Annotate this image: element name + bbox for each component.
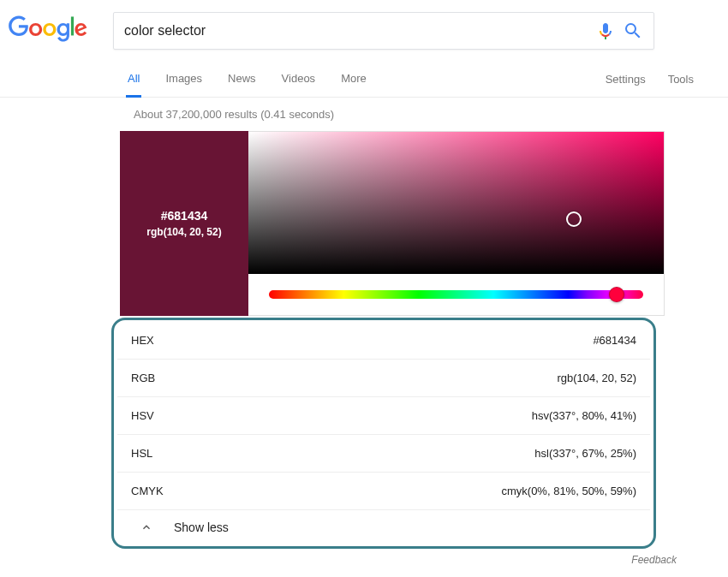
format-label: RGB (131, 372, 155, 384)
format-row-cmyk: CMYK cmyk(0%, 81%, 50%, 59%) (117, 473, 650, 510)
settings-link[interactable]: Settings (606, 73, 646, 86)
format-value: hsv(337°, 80%, 41%) (532, 409, 636, 422)
nav-tabs: All Images News Videos More (126, 62, 606, 98)
nav-right: Settings Tools (606, 73, 694, 86)
google-logo[interactable] (9, 15, 87, 46)
search-input[interactable] (124, 23, 595, 39)
saturation-field[interactable] (248, 132, 664, 274)
picker-right (248, 131, 665, 316)
chevron-up-icon (140, 520, 153, 534)
format-label: HEX (131, 334, 154, 347)
swatch-hex-label: #681434 (161, 209, 208, 223)
format-label: HSL (131, 447, 152, 460)
feedback-link[interactable]: Feedback (0, 554, 677, 566)
format-row-hsv: HSV hsv(337°, 80%, 41%) (117, 397, 650, 435)
format-value: hsl(337°, 67%, 25%) (534, 447, 636, 460)
show-less-button[interactable]: Show less (117, 510, 650, 544)
format-label: HSV (131, 409, 154, 422)
search-icon[interactable] (623, 21, 643, 41)
hue-slider[interactable] (269, 290, 643, 299)
search-box[interactable] (113, 12, 654, 50)
tab-news[interactable]: News (226, 62, 258, 98)
saturation-handle[interactable] (566, 211, 582, 227)
results-count: About 37,200,000 results (0.41 seconds) (0, 98, 728, 131)
color-picker-widget: #681434 rgb(104, 20, 52) (120, 131, 665, 316)
hue-handle[interactable] (609, 287, 624, 302)
color-swatch: #681434 rgb(104, 20, 52) (120, 131, 248, 316)
microphone-icon[interactable] (595, 21, 616, 41)
format-row-hsl: HSL hsl(337°, 67%, 25%) (117, 435, 650, 473)
show-less-label: Show less (174, 520, 229, 534)
format-value: cmyk(0%, 81%, 50%, 59%) (501, 485, 636, 497)
tab-more[interactable]: More (339, 62, 368, 98)
color-formats-panel: HEX #681434 RGB rgb(104, 20, 52) HSV hsv… (111, 318, 656, 549)
tools-link[interactable]: Tools (668, 73, 694, 86)
format-value: rgb(104, 20, 52) (557, 372, 636, 384)
format-value: #681434 (593, 334, 636, 347)
tab-images[interactable]: Images (164, 62, 204, 98)
tab-videos[interactable]: Videos (280, 62, 318, 98)
format-row-hex: HEX #681434 (117, 322, 650, 360)
format-row-rgb: RGB rgb(104, 20, 52) (117, 360, 650, 397)
header (0, 0, 728, 62)
tab-all[interactable]: All (126, 62, 141, 98)
picker-area: #681434 rgb(104, 20, 52) (120, 131, 665, 316)
nav-bar: All Images News Videos More Settings Too… (0, 62, 728, 98)
hue-area (248, 274, 664, 315)
format-label: CMYK (131, 485, 164, 497)
swatch-rgb-label: rgb(104, 20, 52) (146, 226, 221, 238)
